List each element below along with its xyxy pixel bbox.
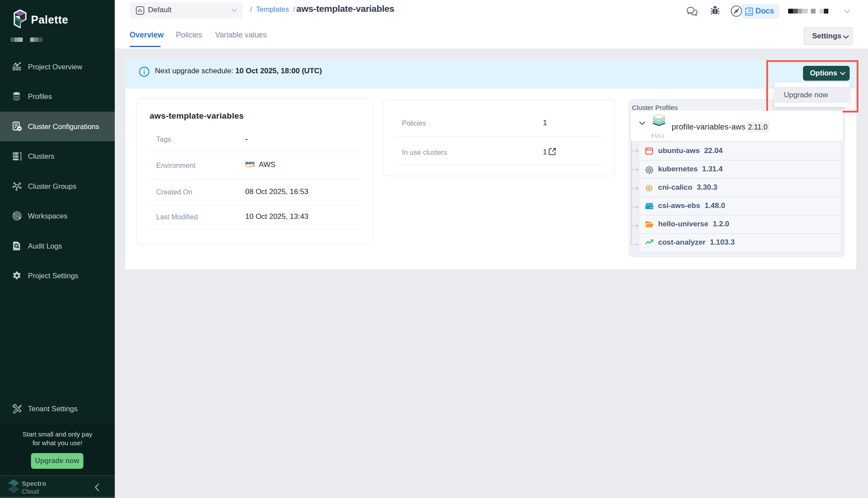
svg-text:aws: aws — [245, 160, 255, 165]
